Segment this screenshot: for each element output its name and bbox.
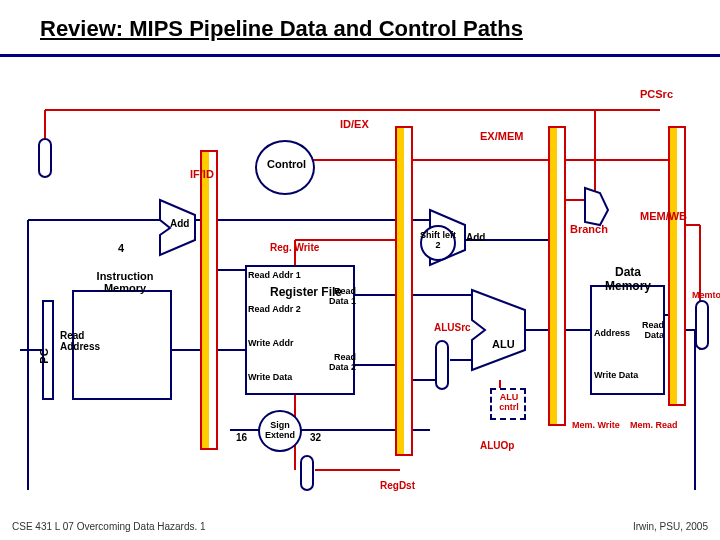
memwb-label: MEM/WB <box>640 210 687 222</box>
idex-register <box>395 126 413 456</box>
pcsrc-label: PCSrc <box>640 88 673 100</box>
memread-label: Mem. Read <box>630 420 678 430</box>
memwrite-label: Mem. Write <box>572 420 620 430</box>
n32-label: 32 <box>310 432 321 443</box>
readdata2-label: Read Data 2 <box>316 352 356 372</box>
alusrc-mux <box>435 340 449 390</box>
regdst-label: RegDst <box>380 480 415 491</box>
dmwritedata-label: Write Data <box>594 370 638 380</box>
idex-label: ID/EX <box>340 118 369 130</box>
footer-right: Irwin, PSU, 2005 <box>633 521 708 532</box>
memwb-register <box>668 126 686 406</box>
readaddr-label: Read Address <box>60 330 110 352</box>
ifid-label: IF/ID <box>190 168 214 180</box>
regdst-mux <box>300 455 314 491</box>
ifid-register <box>200 150 218 450</box>
dmreaddata-label: Read Data <box>634 320 664 340</box>
writedata-label: Write Data <box>248 372 292 382</box>
shiftleft2-label: Shift left 2 <box>420 230 456 250</box>
readaddr2-label: Read Addr 2 <box>248 304 301 314</box>
page-title: Review: MIPS Pipeline Data and Control P… <box>40 16 523 42</box>
readaddr1-label: Read Addr 1 <box>248 270 301 280</box>
writeaddr-label: Write Addr <box>248 338 294 348</box>
readdata1-label: Read Data 1 <box>316 286 356 306</box>
alucntrl-label: ALU cntrl <box>492 392 526 412</box>
footer-left: CSE 431 L 07 Overcoming Data Hazards. 1 <box>12 521 206 532</box>
add1-label: Add <box>170 218 189 229</box>
instrmem-label: Instruction Memory <box>90 270 160 294</box>
dmaddress-label: Address <box>594 328 630 338</box>
add2-label: Add <box>466 232 485 243</box>
exmem-label: EX/MEM <box>480 130 523 142</box>
alusrc-label: ALUSrc <box>434 322 471 333</box>
memtoreg-mux <box>695 300 709 350</box>
n16-label: 16 <box>236 432 247 443</box>
exmem-register <box>548 126 566 426</box>
regwrite-label: Reg. Write <box>270 242 319 253</box>
pcsrc-mux <box>38 138 52 178</box>
signextend-label: Sign Extend <box>258 420 302 440</box>
pc-label: PC <box>38 348 50 363</box>
alu-label: ALU <box>492 338 515 350</box>
four-label: 4 <box>118 242 124 254</box>
memtoreg-label: Memto. Reg <box>692 290 720 300</box>
aluop-label: ALUOp <box>480 440 514 451</box>
pipeline-diagram: Control PC Instruction Memory Read Addre… <box>0 70 720 490</box>
title-underline <box>0 54 720 57</box>
control-label: Control <box>267 158 306 170</box>
branch-label: Branch <box>570 223 608 235</box>
datamem-label: Data Memory <box>598 265 658 293</box>
